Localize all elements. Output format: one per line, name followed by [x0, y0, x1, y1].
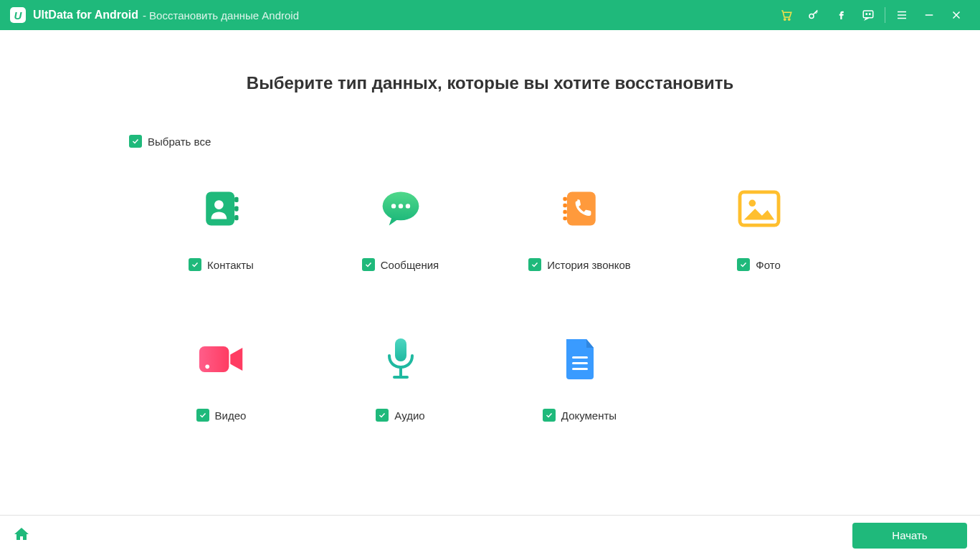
close-icon[interactable]: [943, 0, 970, 30]
svg-rect-3: [863, 11, 873, 18]
key-icon[interactable]: [800, 0, 827, 30]
tile-call-history-label: История звонков: [547, 259, 631, 271]
svg-point-2: [809, 14, 814, 19]
svg-rect-18: [563, 210, 566, 214]
facebook-icon[interactable]: [827, 0, 855, 30]
svg-point-10: [214, 200, 224, 209]
page-heading: Выберите тип данных, которые вы хотите в…: [247, 73, 733, 93]
audio-icon: [376, 334, 426, 384]
svg-point-5: [870, 14, 871, 15]
svg-rect-25: [399, 367, 402, 376]
tile-messages: Сообщения: [311, 184, 490, 320]
tile-photos: Фото: [670, 184, 849, 320]
feedback-icon[interactable]: [855, 0, 882, 30]
checkmark-icon: [737, 258, 750, 271]
app-title: UltData for Android: [33, 9, 138, 22]
checkmark-icon: [189, 258, 201, 271]
svg-point-23: [205, 365, 209, 369]
svg-rect-29: [572, 368, 588, 370]
checkmark-icon: [376, 409, 389, 422]
video-icon: [196, 334, 247, 384]
tile-documents: Документы: [490, 334, 670, 470]
minimize-icon[interactable]: [915, 0, 943, 30]
select-all-label: Выбрать все: [148, 136, 211, 148]
svg-point-21: [748, 199, 756, 207]
svg-point-14: [405, 204, 409, 208]
tile-photos-label: Фото: [756, 259, 780, 271]
svg-point-12: [391, 204, 395, 208]
tile-call-history-checkbox[interactable]: История звонков: [528, 258, 631, 271]
checkmark-icon: [528, 258, 541, 271]
messages-icon: [376, 184, 426, 234]
svg-rect-27: [572, 356, 588, 359]
app-subtitle: - Восстановить данные Android: [143, 9, 299, 22]
contacts-icon: [196, 184, 247, 234]
menu-icon[interactable]: [888, 0, 915, 30]
svg-rect-17: [563, 204, 566, 207]
app-logo: U: [10, 7, 26, 23]
tile-audio: Аудио: [311, 334, 490, 470]
svg-point-4: [866, 14, 867, 15]
tile-video-checkbox[interactable]: Видео: [196, 409, 247, 422]
checkmark-icon: [362, 258, 375, 271]
tile-call-history: История звонков: [490, 184, 670, 320]
tile-contacts-label: Контакты: [207, 259, 254, 271]
svg-rect-19: [563, 217, 566, 220]
svg-rect-16: [563, 197, 566, 201]
tile-audio-checkbox[interactable]: Аудио: [376, 409, 424, 422]
svg-rect-28: [572, 362, 588, 364]
tile-documents-checkbox[interactable]: Документы: [543, 409, 617, 422]
tile-photos-checkbox[interactable]: Фото: [737, 258, 780, 271]
tile-contacts-checkbox[interactable]: Контакты: [189, 258, 254, 271]
svg-rect-20: [740, 192, 779, 225]
start-button[interactable]: Начать: [852, 523, 967, 549]
checkmark-icon: [196, 409, 209, 422]
checkmark-icon: [129, 135, 142, 148]
tile-documents-label: Документы: [561, 409, 617, 422]
svg-rect-7: [234, 197, 238, 202]
svg-rect-9: [234, 215, 238, 220]
tile-audio-label: Аудио: [394, 409, 424, 422]
svg-rect-8: [234, 206, 238, 211]
svg-point-0: [784, 19, 786, 20]
titlebar: U UltData for Android - Восстановить дан…: [0, 0, 980, 30]
svg-rect-24: [395, 338, 406, 361]
data-type-grid: Контакты Сообщения: [132, 184, 849, 470]
svg-point-1: [789, 19, 790, 20]
home-icon[interactable]: [13, 526, 30, 546]
documents-icon: [555, 334, 605, 384]
svg-rect-22: [199, 346, 228, 372]
bottom-bar: Начать: [0, 515, 980, 555]
tile-empty: [670, 334, 849, 470]
tile-video: Видео: [132, 334, 311, 470]
select-all-checkbox[interactable]: Выбрать все: [129, 135, 211, 148]
main-content: Выберите тип данных, которые вы хотите в…: [0, 30, 980, 515]
cart-icon[interactable]: [773, 0, 800, 30]
photos-icon: [734, 184, 784, 234]
tile-messages-label: Сообщения: [381, 259, 439, 271]
tile-messages-checkbox[interactable]: Сообщения: [362, 258, 439, 271]
tile-video-label: Видео: [215, 409, 247, 422]
svg-rect-15: [566, 191, 595, 225]
call-history-icon: [555, 184, 605, 234]
checkmark-icon: [543, 409, 556, 422]
tile-contacts: Контакты: [132, 184, 311, 320]
svg-rect-26: [393, 376, 409, 379]
titlebar-divider: [885, 7, 885, 23]
svg-point-13: [398, 204, 402, 208]
